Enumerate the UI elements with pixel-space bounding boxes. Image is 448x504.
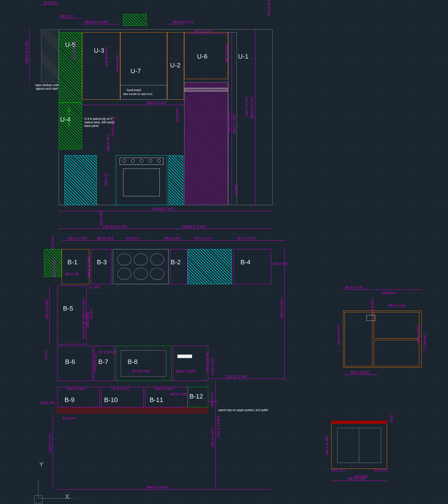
dim-3670: 3670 [12'-0 1/2"] bbox=[152, 207, 174, 211]
dim-128: 128 [5"] bbox=[90, 309, 93, 319]
dim-606: 606 [1'-11 7/8"] bbox=[206, 352, 209, 371]
dim-300: 300 [11 3/4"] bbox=[97, 237, 113, 240]
dim-32: 32 [1 1/4"] bbox=[51, 236, 55, 249]
dimline bbox=[53, 413, 53, 489]
dim-568b: 568 [1'-10 3/8"] bbox=[337, 325, 340, 345]
dim-50: 50 [2"] bbox=[390, 414, 393, 422]
dimline bbox=[208, 379, 284, 379]
dim-730: 730 [2'-4 3/4"] bbox=[111, 387, 129, 391]
cabinet-b2 bbox=[170, 249, 188, 284]
cabinet-b1 bbox=[62, 249, 89, 284]
cad-drawing-canvas[interactable]: U-5 U-4 U-3 U-7 U-2 U-6 U-1 hood insert … bbox=[0, 0, 448, 504]
dim-838: 838 [2'-9"] bbox=[104, 173, 108, 186]
dim-1610: 1610 [5'-3 1/2"] bbox=[111, 117, 115, 137]
dim-914: 914 [3'-0"] bbox=[126, 237, 139, 240]
dim-32b: 32 [1 1/4"] bbox=[62, 417, 75, 420]
label-b5: B-5 bbox=[63, 305, 73, 312]
knob-icon bbox=[149, 159, 152, 163]
dim-29951: 299.51 [11 3/4"] bbox=[172, 21, 193, 24]
burner-icon bbox=[117, 268, 131, 280]
dimline bbox=[49, 286, 50, 344]
dim-100: 100 [3 7/8"] bbox=[273, 262, 288, 265]
dim-657: 657 [2'-2 1/4"] bbox=[237, 237, 256, 240]
dimline bbox=[62, 240, 284, 241]
note-hood2: fake handle for fake front bbox=[123, 93, 152, 96]
label-b11: B-11 bbox=[150, 396, 163, 404]
dim-234392: 2343.92 [7'-8 1/4"] bbox=[182, 225, 206, 228]
cabinet-b4 bbox=[233, 249, 271, 284]
dim-600c: 600 [1'-11 5/8"] bbox=[176, 370, 196, 373]
dimline bbox=[255, 29, 255, 205]
y-axis-label: Y bbox=[39, 461, 44, 468]
dim-1684b: 1684 [5'-5 3/8"] bbox=[67, 107, 71, 127]
island-bot-right bbox=[374, 340, 419, 366]
label-b6: B-6 bbox=[65, 358, 75, 366]
label-u7: U-7 bbox=[130, 67, 141, 75]
dim-600d: 600 [1'-11 5/8"] bbox=[325, 435, 329, 455]
dim-772: 772 [30 3/8"] bbox=[423, 334, 427, 350]
knob-icon bbox=[140, 159, 143, 163]
dimline bbox=[59, 229, 273, 229]
label-b3: B-3 bbox=[97, 258, 107, 266]
dim-749b: 749 [2'-5 1/2"] bbox=[194, 237, 212, 240]
dim-906b: 906 [2'-11 5/8"] bbox=[82, 299, 85, 319]
dimline bbox=[167, 24, 184, 24]
dim-600: 600 [1'-11 5/8"] bbox=[67, 237, 87, 240]
b8-right bbox=[173, 346, 208, 381]
dimline bbox=[284, 249, 285, 381]
dimline bbox=[232, 32, 232, 205]
hood-insert bbox=[120, 85, 167, 100]
dim-339: 339 [1'-1 3/8"] bbox=[417, 325, 420, 343]
dim-118: 118 [4 5/8"] bbox=[86, 312, 89, 327]
dim-740b: 740 [2'-5 1/8"] bbox=[388, 304, 406, 307]
cooktop-plan bbox=[113, 249, 169, 284]
burner-icon bbox=[150, 268, 164, 280]
dim-132636: 1326.36 [4'-4 1/4"] bbox=[103, 225, 126, 228]
dim-730b: 730 [2'-4 3/4"] bbox=[155, 387, 173, 391]
dim-1248: 1248 [4'-1 1/8"] bbox=[105, 47, 108, 67]
dim-64b: 64 [2 1/2"] bbox=[374, 469, 387, 472]
base-right-elev bbox=[169, 155, 183, 205]
dim-937b: 937 [3'-0 7/8"] bbox=[348, 477, 366, 480]
leader-line bbox=[208, 401, 218, 402]
range-controls bbox=[120, 158, 164, 165]
dim-1380: 1380 [6'-7/8"] bbox=[107, 135, 110, 152]
island-top-right bbox=[374, 312, 419, 338]
dim-1582: 1582 [5'-2 1/4"] bbox=[147, 101, 166, 105]
arch-column bbox=[41, 29, 59, 82]
label-u2: U-2 bbox=[170, 62, 180, 69]
dim-1320: 1320 [4'-4"] bbox=[381, 292, 396, 295]
dim-3490: 3490 [11'-5 3/8"] bbox=[147, 486, 168, 489]
dim-2364: 2364 [7'-9 1/8"] bbox=[280, 299, 284, 319]
dim-672: 672 [2'-2 1/2"] bbox=[94, 353, 97, 371]
label-b1: B-1 bbox=[67, 258, 77, 266]
fridge-vent bbox=[185, 88, 228, 91]
dim-317: 317 [1'-0 1/2"] bbox=[99, 350, 117, 354]
toe-kick-panel bbox=[57, 408, 208, 413]
burner-icon bbox=[117, 253, 131, 265]
dim-380a: 380 [1'-3"] bbox=[60, 15, 74, 18]
dim-64: 64 [2 1/2"] bbox=[331, 469, 345, 472]
dim-568: 568 [1'-10 3/8"] bbox=[87, 257, 91, 277]
dim-150b: 150 [5 7/8"] bbox=[211, 392, 214, 407]
dim-82: 82 [3 1/4"] bbox=[44, 1, 57, 4]
dim-937: 937 [3'-0 7/8"] bbox=[132, 370, 150, 373]
sink-plan bbox=[188, 249, 232, 284]
dim-2343: 2343 [7'-8 1/4"] bbox=[245, 97, 248, 116]
dimline bbox=[215, 381, 216, 489]
dim-1684: 1684 [5'-5 3/8"] bbox=[116, 54, 119, 72]
dim-520: 520 [1'-8 1/2"] bbox=[73, 41, 76, 59]
dim-568c: 568 [1'-10 3/8"] bbox=[53, 258, 56, 277]
oven-door bbox=[123, 168, 160, 196]
dim-11: 11 [3/8"] bbox=[235, 185, 238, 195]
dim-29543: 2954.3 [9'-8 1/4"] bbox=[251, 97, 254, 119]
dim-968: 968 [3'-2 1/8"] bbox=[225, 44, 228, 62]
dim-115871: 1158.71 [3'-9 5/8"] bbox=[25, 41, 28, 65]
burner-icon bbox=[134, 268, 148, 280]
dim-60096: 600.96 [1'-11 5/8"] bbox=[84, 21, 108, 24]
dim-21: 21 [7/8"] bbox=[89, 286, 100, 289]
dim-288: 288 [11 3/8"] bbox=[267, 0, 271, 16]
dim-100b: 100 [3 7/8"] bbox=[100, 211, 103, 226]
dim-1154: 1154 [3'-9 3/8"] bbox=[82, 319, 85, 339]
dim-300b: 300 [11 3/4"] bbox=[164, 237, 181, 240]
